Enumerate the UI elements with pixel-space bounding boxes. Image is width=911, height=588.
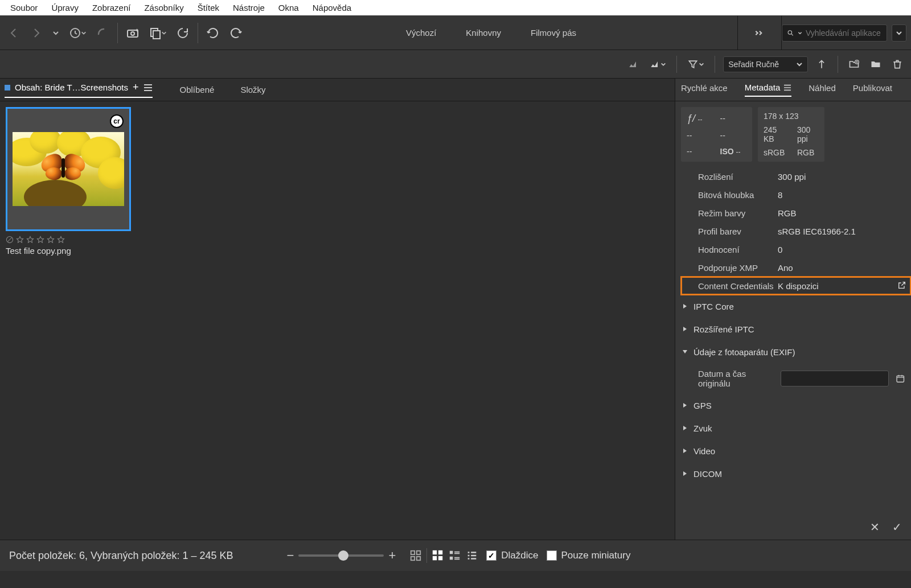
menubar: Soubor Úpravy Zobrazení Zásobníky Štítek…	[0, 0, 911, 16]
svg-rect-11	[411, 557, 415, 560]
boomerang-button[interactable]	[93, 24, 112, 42]
history-button[interactable]	[66, 24, 89, 42]
workspace-switcher: Výchozí Knihovny Filmový pás	[245, 17, 737, 49]
workspace-filmstrip[interactable]: Filmový pás	[527, 17, 580, 49]
content-tabs: Obsah: Bride T…Screenshots + Oblíbené Sl…	[0, 79, 675, 101]
menu-zobrazeni[interactable]: Zobrazení	[85, 1, 138, 15]
open-external-icon[interactable]	[897, 281, 906, 291]
section-dicom[interactable]: DICOM	[675, 462, 911, 485]
search-options-button[interactable]	[892, 24, 906, 42]
tab-menu-icon[interactable]	[143, 84, 153, 92]
md-row-content-credentials[interactable]: Content Credentials K dispozici	[681, 277, 911, 295]
credentials-badge: cr	[110, 114, 124, 128]
thumbs-only-label: Pouze miniatury	[561, 550, 631, 561]
folders-tab[interactable]: Složky	[240, 85, 265, 94]
search-box[interactable]	[782, 24, 887, 42]
nav-dropdown[interactable]	[50, 27, 61, 39]
metadata-list: Rozlišení300 ppi Bitová hloubka8 Režim b…	[675, 167, 911, 295]
rotate-ccw-button[interactable]	[204, 24, 222, 42]
view-details-button[interactable]	[449, 549, 461, 562]
zoom-in-button[interactable]: +	[388, 548, 396, 563]
filterbar: Seřadit Ručně	[0, 50, 911, 79]
svg-rect-10	[417, 551, 420, 554]
menu-stitek[interactable]: Štítek	[191, 1, 226, 15]
tab-preview[interactable]: Náhled	[809, 83, 836, 96]
star-2[interactable]	[26, 236, 34, 244]
calendar-icon[interactable]	[896, 373, 905, 384]
workspace-default[interactable]: Výchozí	[403, 17, 440, 49]
svg-point-5	[788, 30, 791, 34]
section-exif[interactable]: Údaje z fotoaparátu (EXIF)	[675, 340, 911, 363]
zoom-slider[interactable]	[298, 554, 384, 557]
chevron-down-icon	[798, 30, 802, 36]
svg-rect-15	[433, 556, 437, 560]
sort-label: Seřadit Ručně	[728, 60, 779, 69]
cancel-button[interactable]: ✕	[870, 520, 880, 534]
refresh-button[interactable]	[174, 24, 192, 42]
menu-napoveda[interactable]: Nápověda	[306, 1, 358, 15]
svg-rect-17	[450, 551, 453, 554]
import-camera-button[interactable]	[124, 24, 142, 42]
rotate-cw-button[interactable]	[227, 24, 245, 42]
section-audio[interactable]: Zvuk	[675, 417, 911, 439]
menu-upravy[interactable]: Úpravy	[44, 1, 85, 15]
open-in-button[interactable]	[146, 24, 169, 42]
svg-point-2	[131, 32, 134, 35]
right-panel-tabs: Rychlé akce Metadata Náhled Publikovat	[675, 79, 911, 101]
filter-button[interactable]	[685, 56, 707, 72]
thumbs-only-checkbox[interactable]	[547, 550, 557, 561]
view-list-button[interactable]	[466, 549, 478, 562]
content-tab-label: Obsah: Bride T…Screenshots	[15, 83, 128, 92]
section-iptc-core[interactable]: IPTC Core	[675, 295, 911, 318]
exif-date-input[interactable]	[781, 371, 889, 386]
content-tab-main[interactable]: Obsah: Bride T…Screenshots +	[5, 81, 153, 98]
section-gps[interactable]: GPS	[675, 394, 911, 417]
svg-rect-4	[153, 31, 160, 39]
search-input[interactable]	[806, 28, 882, 38]
workspace-libraries[interactable]: Knihovny	[462, 17, 504, 49]
chevron-down-icon	[796, 61, 803, 68]
new-folder-button[interactable]	[846, 56, 862, 72]
thumb-size-up-button[interactable]	[647, 56, 668, 72]
md-row-xmp: Podporuje XMPAno	[681, 258, 911, 277]
sort-select[interactable]: Seřadit Ručně	[723, 56, 808, 72]
view-grid-button[interactable]	[409, 549, 422, 562]
file-summary-box: 178 x 123 245 KB300 ppi sRGBRGB	[758, 107, 824, 162]
add-tab-button[interactable]: +	[133, 81, 139, 93]
tab-metadata[interactable]: Metadata	[745, 83, 792, 97]
menu-soubor[interactable]: Soubor	[3, 1, 44, 15]
open-folder-button[interactable]	[868, 56, 884, 72]
sort-direction-button[interactable]	[814, 56, 830, 72]
nav-forward-button[interactable]	[27, 24, 46, 42]
search-icon	[787, 28, 794, 38]
menu-nastroje[interactable]: Nástroje	[226, 1, 272, 15]
view-thumbs-button[interactable]	[432, 549, 444, 562]
menu-okna[interactable]: Okna	[272, 1, 306, 15]
svg-rect-16	[438, 556, 442, 560]
nav-back-button[interactable]	[5, 24, 23, 42]
star-1[interactable]	[16, 236, 24, 244]
tiles-checkbox[interactable]	[486, 550, 496, 561]
thumbnail-item[interactable]: cr Test file copy.png	[6, 107, 131, 256]
svg-rect-1	[128, 30, 138, 37]
panel-menu-icon[interactable]	[783, 84, 791, 91]
exif-date-label: Datum a čas originálu	[698, 369, 774, 388]
menu-zasobniky[interactable]: Zásobníky	[137, 1, 190, 15]
star-5[interactable]	[57, 236, 65, 244]
more-workspaces-button[interactable]	[737, 16, 782, 50]
svg-rect-12	[417, 557, 420, 560]
delete-button[interactable]	[889, 56, 905, 72]
tab-publish[interactable]: Publikovat	[853, 83, 892, 96]
thumb-size-down-button[interactable]	[625, 56, 641, 72]
star-4[interactable]	[47, 236, 55, 244]
zoom-out-button[interactable]: −	[287, 548, 294, 563]
apply-button[interactable]: ✓	[892, 520, 902, 534]
reject-icon[interactable]	[6, 236, 14, 244]
star-3[interactable]	[36, 236, 44, 244]
section-iptc-ext[interactable]: Rozšířené IPTC	[675, 318, 911, 340]
section-video[interactable]: Video	[675, 439, 911, 462]
svg-rect-14	[438, 550, 442, 554]
status-text: Počet položek: 6, Vybraných položek: 1 –…	[9, 550, 233, 562]
favorites-tab[interactable]: Oblíbené	[180, 85, 215, 94]
tab-quick-actions[interactable]: Rychlé akce	[681, 83, 728, 96]
